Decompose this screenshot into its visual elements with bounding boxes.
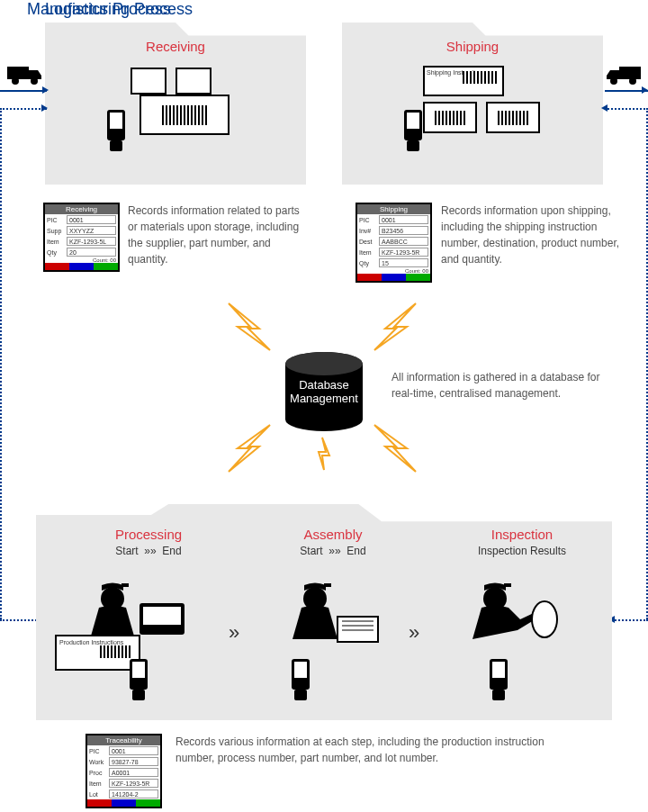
arrow-head-icon <box>642 86 648 94</box>
svg-rect-21 <box>132 690 145 700</box>
processing-illustration: Production Instructions <box>50 576 230 711</box>
shipping-panel: Shipping Shipping Instructions <box>342 23 603 185</box>
traceability-description: Records various information at each step… <box>176 734 572 766</box>
field-label: Work <box>89 759 109 765</box>
svg-rect-4 <box>407 113 419 129</box>
field-label: PIC <box>47 217 67 223</box>
screen-title: Shipping <box>357 204 430 214</box>
field-value: XXYYZZ <box>67 226 116 235</box>
field-label: Lot <box>89 791 109 798</box>
chevron-right-icon: » <box>229 621 239 645</box>
end-label: End <box>346 545 365 557</box>
screen-buttons <box>357 274 430 281</box>
field-value: KZF-1293-5R <box>379 248 428 257</box>
scanner-icon <box>126 657 151 704</box>
inspection-results-label: Inspection Results <box>478 545 566 557</box>
field-value: 141204-2 <box>109 789 158 798</box>
shipping-label: Shipping <box>342 23 603 54</box>
svg-rect-34 <box>492 690 505 700</box>
arrow-head-icon <box>42 86 49 94</box>
field-label: Proc <box>89 770 109 776</box>
box-barcode-icon <box>486 102 540 133</box>
flow-line <box>0 619 40 621</box>
svg-rect-5 <box>407 140 419 151</box>
assembly-illustration <box>270 576 396 711</box>
receiving-description: Records information related to parts or … <box>128 203 303 267</box>
field-label: Item <box>89 780 109 787</box>
processing-block: Processing Start »» End <box>76 527 220 557</box>
field-value: 15 <box>379 258 428 267</box>
shipping-screen: Shipping PIC0001 Inv#B23456 DestAABBCC I… <box>356 203 432 283</box>
inspection-label: Inspection <box>450 527 594 542</box>
flow-line <box>612 619 648 621</box>
flow-line <box>605 108 648 110</box>
svg-point-14 <box>285 408 363 431</box>
svg-rect-2 <box>110 140 122 151</box>
svg-rect-6 <box>7 67 29 79</box>
field-label: Qty <box>47 249 67 256</box>
inspection-illustration <box>450 576 585 711</box>
field-value: 93827-78 <box>109 757 158 766</box>
truck-icon <box>605 63 641 86</box>
field-value: 0001 <box>67 215 116 224</box>
bolt-icon <box>371 423 421 474</box>
svg-point-11 <box>610 77 617 85</box>
field-label: Item <box>47 239 67 245</box>
box-barcode-icon <box>423 102 477 133</box>
database-description: All information is gathered in a databas… <box>392 369 616 401</box>
svg-point-15 <box>285 352 363 375</box>
field-value: B23456 <box>379 226 428 235</box>
processing-label: Processing <box>76 527 220 542</box>
svg-rect-18 <box>143 607 181 625</box>
assembly-label: Assembly <box>270 527 396 542</box>
svg-rect-20 <box>132 662 145 678</box>
scanner-icon <box>104 108 129 155</box>
chevron-right-icon: » <box>409 621 419 645</box>
inspection-block: Inspection Inspection Results <box>450 527 594 557</box>
arrow-head-icon <box>41 104 48 112</box>
svg-point-7 <box>12 77 19 85</box>
field-value: KZF-1293-5L <box>67 237 116 246</box>
svg-point-31 <box>532 601 557 637</box>
receiving-label: Receiving <box>45 23 306 54</box>
screen-title: Receiving <box>45 204 118 214</box>
box-barcode-icon <box>140 95 230 135</box>
field-value: AABBCC <box>379 237 428 246</box>
field-label: PIC <box>89 748 109 754</box>
bolt-icon <box>371 302 421 352</box>
field-value: KZF-1293-5R <box>109 779 158 788</box>
box-icon <box>176 68 212 95</box>
bolt-icon <box>315 436 333 472</box>
assembly-block: Assembly Start »» End <box>270 527 396 557</box>
scanner-icon <box>400 108 426 155</box>
scanner-icon <box>486 657 511 704</box>
production-instructions-label: Production Instructions <box>59 639 123 645</box>
field-label: Qty <box>359 260 379 266</box>
svg-rect-33 <box>492 662 505 678</box>
svg-point-10 <box>629 77 636 85</box>
field-label: PIC <box>359 217 379 223</box>
receiving-screen: Receiving PIC0001 SuppXXYYZZ ItemKZF-129… <box>43 203 120 272</box>
box-icon <box>130 68 166 95</box>
receiving-panel: Receiving <box>45 23 306 185</box>
svg-point-8 <box>31 77 38 85</box>
field-label: Item <box>359 249 379 256</box>
field-value: 20 <box>67 248 116 257</box>
screen-buttons <box>87 799 160 807</box>
flow-line <box>0 108 2 619</box>
traceability-screen: Traceability PIC0001 Work93827-78 ProcA0… <box>86 734 162 808</box>
field-label: Supp <box>47 228 67 234</box>
screen-buttons <box>45 263 118 270</box>
svg-rect-29 <box>294 690 307 700</box>
field-value: A0001 <box>109 768 158 777</box>
manufacturing-heading: Manufacturing Process <box>27 0 193 19</box>
database-label: DatabaseManagement <box>284 378 364 405</box>
start-label: Start <box>115 545 138 557</box>
bolt-icon <box>223 302 274 352</box>
field-label: Inv# <box>359 228 379 234</box>
end-label: End <box>162 545 181 557</box>
arrow-head-icon <box>601 104 608 112</box>
flow-line <box>0 108 47 110</box>
shipping-description: Records information upon shipping, inclu… <box>441 203 621 267</box>
start-label: Start <box>300 545 322 557</box>
